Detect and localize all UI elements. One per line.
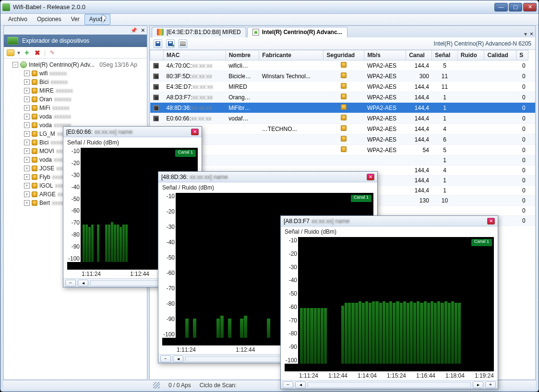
minimize-button[interactable]: — (494, 3, 508, 12)
table-row[interactable]: xx:xx:xx…TECHNO...WPA2-AES144,440 (150, 124, 536, 134)
panel-close-icon[interactable]: × (141, 26, 145, 34)
table-row[interactable]: A8:D3:F7:xx:xx:xxOrang…WPA2-AES144,410 (150, 92, 536, 103)
chart-title: [48:8D:36: (161, 174, 188, 180)
lock-icon (32, 148, 37, 154)
tab[interactable]: [E4:3E:D7:B1:D0:B8] MIRED (152, 27, 246, 37)
scroll-minus[interactable]: − (283, 381, 293, 388)
menu-ver[interactable]: Ver (66, 14, 84, 25)
col-Señal[interactable]: Señal (432, 50, 457, 60)
table-row[interactable]: E4:3E:D7:xx:xx:xxMIREDWPA2-AES144,4110 (150, 82, 536, 92)
menu-ayuda[interactable]: Ayuda (84, 14, 110, 25)
table-row[interactable]: 80:3F:5D:xx:xx:xxBicicle…Winstars Techno… (150, 71, 536, 82)
col-MAC[interactable]: MAC (164, 50, 226, 60)
chart-titlebar[interactable]: [E0:60:66:xx:xx:xx] name✕ (63, 127, 202, 137)
signal-chart-window[interactable]: [A8:D3:F7xx:xx:xx] name✕Señal / Ruido (d… (280, 215, 498, 389)
pin-icon[interactable]: 📌 (131, 27, 137, 34)
tree-toggle[interactable]: + (24, 200, 30, 206)
tree-toggle[interactable]: + (24, 131, 30, 137)
scroll-minus[interactable]: − (65, 280, 76, 286)
table-row[interactable]: 4A:70:0C:xx:xx:xxwificli…WPA2-AES144,450 (150, 60, 536, 71)
tree-toggle[interactable]: + (24, 88, 30, 94)
table-row[interactable]: xx:xx:xxWPA2-AES144,460 (150, 134, 536, 145)
tree-toggle[interactable]: + (24, 140, 30, 145)
col-Seguridad[interactable]: Seguridad (323, 50, 364, 60)
menu-archivo[interactable]: Archivo (3, 14, 32, 25)
lock-icon (32, 105, 37, 111)
lock-icon (32, 183, 37, 189)
titlebar[interactable]: Wifi-Babel - Release 2.0.0 — ▢ ✕ (0, 0, 539, 14)
tree-toggle[interactable]: + (24, 79, 30, 85)
tree-toggle[interactable]: + (24, 114, 30, 119)
lock-icon (32, 71, 37, 76)
col-Mb/s[interactable]: Mb/s (364, 50, 406, 60)
lock-icon (32, 200, 37, 206)
folder-icon[interactable] (7, 49, 14, 57)
table-row[interactable]: 48:8D:36:xx:xx:xxMiFibr…WPA2-AES144,410 (150, 103, 536, 113)
lock-icon (341, 146, 347, 152)
chart-close-button[interactable]: ✕ (367, 174, 374, 180)
chart-titlebar[interactable]: [A8:D3:F7xx:xx:xx] name✕ (281, 216, 498, 226)
col-Canal[interactable]: Canal (406, 50, 432, 60)
table-row[interactable]: xx:xx:xx10 (150, 155, 536, 166)
tree-toggle[interactable]: + (24, 148, 30, 154)
scroll-right[interactable]: ▸ (473, 381, 483, 388)
scroll-plus[interactable]: + (485, 381, 496, 388)
table-row[interactable]: E0:60:66:xx:xx:xxvodaf…WPA2-AES144,410 (150, 113, 536, 124)
col-S[interactable]: S (516, 50, 528, 60)
tab-label: [E4:3E:D7:B1:D0:B8] MIRED (167, 29, 241, 36)
export-button[interactable]: ➜ (166, 39, 175, 48)
lock-icon (341, 62, 347, 68)
col-Fabricante[interactable]: Fabricante (259, 50, 323, 60)
chart-scrollbar[interactable]: −◂▸+ (281, 380, 498, 389)
scroll-left[interactable]: ◂ (295, 381, 306, 388)
scroll-left[interactable]: ◂ (173, 356, 183, 362)
chart-close-button[interactable]: ✕ (487, 218, 495, 225)
scroll-minus[interactable]: − (160, 356, 171, 362)
print-button[interactable] (179, 39, 187, 48)
tree-toggle[interactable]: + (24, 157, 30, 163)
tree-network-item[interactable]: +Oranxxxxxx (7, 95, 145, 104)
tree-network-item[interactable]: +wifixxxxxx (7, 69, 145, 78)
tree-toggle[interactable]: + (24, 166, 30, 171)
col-Ruido[interactable]: Ruido (457, 50, 484, 60)
tree-toggle[interactable]: + (24, 183, 30, 189)
chart-titlebar[interactable]: [48:8D:36:xx:xx:xx] name✕ (158, 172, 377, 182)
adapter-node[interactable]: Intel(R) Centrino(R) Adv... (29, 61, 95, 68)
resize-grip-icon[interactable] (153, 382, 160, 389)
adapter-label: Intel(R) Centrino(R) Advanced-N 6205 (434, 40, 531, 47)
delete-button[interactable]: ✖ (34, 49, 41, 57)
tree-toggle[interactable]: + (24, 105, 30, 111)
add-button[interactable]: + (23, 49, 31, 57)
tree-toggle[interactable]: + (24, 96, 30, 102)
close-button[interactable]: ✕ (523, 3, 537, 12)
lock-icon (341, 94, 347, 99)
lock-icon (32, 157, 37, 163)
tree-network-item[interactable]: +MIRExxxxxx (7, 86, 145, 95)
chart-axis-label: Señal / Ruido (dBm) (281, 226, 498, 235)
lock-icon (32, 140, 37, 145)
tab[interactable]: Intel(R) Centrino(R) Advanc... (247, 27, 347, 37)
tree-toggle[interactable]: + (24, 191, 30, 197)
save-button[interactable] (154, 39, 162, 48)
tree-network-item[interactable]: +MiFixxxxxx (7, 104, 145, 112)
tree-toggle[interactable]: + (24, 71, 30, 76)
tree-network-item[interactable]: +Bicixxxxxx (7, 78, 145, 86)
tree-toggle[interactable]: + (24, 174, 30, 180)
table-row[interactable]: xx:xx:xxWPA2-AES5450 (150, 145, 536, 155)
clear-button[interactable]: ✎ (48, 49, 56, 57)
maximize-button[interactable]: ▢ (509, 3, 522, 12)
col-Calidad[interactable]: Calidad (484, 50, 516, 60)
tabstrip-close-icon[interactable]: × (530, 31, 533, 37)
scroll-left[interactable]: ◂ (78, 280, 88, 286)
chart-close-button[interactable]: ✕ (191, 129, 199, 135)
col-Nombre[interactable]: Nombre (226, 50, 259, 60)
lock-icon (32, 96, 37, 102)
tree-network-item[interactable]: +vodaxxxxxx (7, 112, 145, 121)
explorer-toolbar: ▾ + ✖ | ✎ (4, 47, 147, 59)
tree-toggle[interactable]: + (24, 122, 30, 128)
chart-axis-label: Señal / Ruido (dBm) (158, 182, 377, 191)
status-scan: Ciclo de Scan: (200, 382, 237, 389)
tabstrip-menu-icon[interactable]: ▾ (524, 31, 527, 37)
menu-opciones[interactable]: Opciones (32, 14, 66, 25)
tree-toggle[interactable]: − (12, 62, 18, 68)
